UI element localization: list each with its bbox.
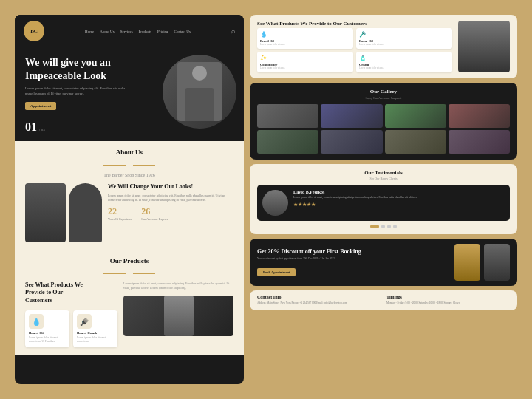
- section-divider: [25, 157, 233, 171]
- product-desc-1: Lorem ipsum dolor sit amet consectetur. …: [29, 336, 66, 344]
- products-section-left: Our Products See What Products We Provid…: [15, 250, 244, 355]
- product-name-2: Beard Comb: [77, 331, 114, 335]
- service-card-1: 💧 Beard Oil Lorem ipsum dolor sit amet.: [257, 28, 353, 49]
- about-img-1: [25, 183, 66, 242]
- about-img-2: [69, 183, 102, 242]
- about-description: Lorem ipsum dolor sit amet, consectetur …: [108, 194, 233, 202]
- navbar: BC Home About Us Services Products Prici…: [15, 15, 244, 47]
- appointment-button[interactable]: Appointment: [25, 102, 56, 110]
- book-appointment-button[interactable]: Book Appointment: [257, 268, 296, 276]
- services-title: See What Products We Provide to Our Cust…: [257, 21, 452, 27]
- products-div-left: [103, 273, 126, 274]
- nav-about[interactable]: About Us: [100, 30, 114, 33]
- gallery-section: Our Gallery Enjoy Our Awesome Snapshot: [250, 83, 517, 160]
- discount-images: [454, 244, 510, 281]
- service-desc-1: Lorem ipsum dolor sit amet.: [260, 43, 350, 46]
- products-title-large: See What Products We Provide to Our Cust…: [25, 282, 92, 304]
- testimonial-stars: ★★★★★: [293, 202, 505, 208]
- dot-4[interactable]: [393, 225, 397, 228]
- right-panel: See What Products We Provide to Our Cust…: [250, 15, 517, 384]
- logo: BC: [24, 21, 44, 41]
- stat-experience-num: 22: [108, 206, 132, 217]
- service-icon-3: ✨: [260, 55, 350, 61]
- gallery-item-7: [385, 130, 446, 154]
- service-desc-4: Lorem ipsum dolor sit amet.: [359, 66, 449, 69]
- dot-3[interactable]: [387, 225, 391, 228]
- gallery-item-1: [257, 104, 318, 128]
- left-panel: BC Home About Us Services Products Prici…: [15, 15, 244, 384]
- services-inner: See What Products We Provide to Our Cust…: [257, 21, 510, 72]
- contact-section: Contact Info Address: Main Street, New Y…: [250, 290, 517, 310]
- stat-experts-label: Our Awesome Experts: [141, 217, 168, 221]
- discount-text: Get 20% Discount off your First Booking …: [257, 248, 449, 276]
- divider-left: [103, 165, 126, 166]
- gallery-item-3: [385, 104, 446, 128]
- nav-home[interactable]: Home: [85, 30, 94, 33]
- nav-pricing[interactable]: Pricing: [157, 30, 168, 33]
- product-icon-2: 🪮: [77, 314, 92, 329]
- gallery-item-2: [321, 104, 382, 128]
- service-icon-4: 🧴: [359, 55, 449, 61]
- gallery-grid: [257, 104, 510, 154]
- discount-img-1: [454, 244, 480, 281]
- service-icon-1: 💧: [260, 31, 350, 38]
- service-cards-grid: 💧 Beard Oil Lorem ipsum dolor sit amet. …: [257, 28, 452, 72]
- contact-col-2: Timings Monday - Friday: 9:00 - 20:00 Sa…: [386, 295, 510, 306]
- dot-2[interactable]: [381, 225, 385, 228]
- about-text: We Will Change Your Out Looks! Lorem ips…: [108, 183, 233, 221]
- about-section-title: About Us: [25, 149, 233, 156]
- contact-inner: Contact Info Address: Main Street, New Y…: [257, 295, 510, 306]
- testimonial-text: Lorem ipsum dolor sit amet, consectetur …: [293, 196, 505, 200]
- contact-info-2: Monday - Friday: 9:00 - 20:00 Saturday: …: [386, 301, 510, 306]
- stat-experience-label: Years Of Experience: [108, 217, 132, 221]
- hero-img-person: [177, 62, 222, 121]
- slide-number: 01: [25, 120, 37, 134]
- testimonial-avatar-inner: [262, 190, 288, 216]
- products-left: See What Products We Provide to Our Cust…: [25, 282, 117, 347]
- discount-section: Get 20% Discount off your First Booking …: [250, 239, 517, 286]
- discount-title: Get 20% Discount off your First Booking: [257, 248, 449, 256]
- products-div-right: [133, 273, 155, 274]
- stat-experience: 22 Years Of Experience: [108, 206, 132, 221]
- services-left: See What Products We Provide to Our Cust…: [257, 21, 452, 72]
- services-image: [458, 21, 510, 72]
- hero-image: [163, 55, 236, 129]
- nav-services[interactable]: Services: [120, 30, 133, 33]
- stat-experts: 26 Our Awesome Experts: [141, 206, 168, 221]
- products-description: Lorem ipsum dolor sit amet, consectetur …: [123, 282, 233, 291]
- search-icon[interactable]: ⌕: [231, 27, 235, 35]
- testimonial-dots: [257, 225, 510, 228]
- service-card-2: 🪒 Razor Oil Lorem ipsum dolor sit amet.: [356, 28, 452, 49]
- slide-total: / 03: [39, 128, 45, 132]
- stat-experts-num: 26: [141, 206, 168, 217]
- gallery-item-8: [449, 130, 510, 154]
- nav-links: Home About Us Services Products Pricing …: [85, 30, 191, 33]
- gallery-title: Our Gallery: [257, 89, 510, 95]
- nav-products[interactable]: Products: [139, 30, 152, 33]
- page-wrapper: BC Home About Us Services Products Prici…: [0, 0, 532, 399]
- gallery-subtitle: Enjoy Our Awesome Snapshot: [257, 96, 510, 100]
- discount-img-2: [484, 244, 510, 281]
- testimonials-title: Our Testimonials: [257, 170, 510, 176]
- service-card-3: ✨ Conditioner Lorem ipsum dolor sit amet…: [257, 52, 353, 72]
- products-section-title: Our Products: [25, 257, 233, 265]
- testimonial-content: David B.Fedikos Lorem ipsum dolor sit am…: [293, 190, 505, 208]
- products-header: See What Products We Provide to Our Cust…: [25, 282, 233, 347]
- testimonials-section: Our Testimonials See Our Happy Clients D…: [250, 164, 517, 234]
- discount-description: You can discount by first appointment fr…: [257, 257, 449, 260]
- testimonials-subtitle: See Our Happy Clients: [257, 177, 510, 180]
- about-section: About Us The Barber Shop Since 1926 We W…: [15, 141, 244, 250]
- product-icon-1: 💧: [29, 314, 44, 329]
- about-heading: We Will Change Your Out Looks!: [108, 183, 233, 191]
- testimonial-name: David B.Fedikos: [293, 190, 505, 194]
- testimonial-card: David B.Fedikos Lorem ipsum dolor sit am…: [257, 185, 510, 221]
- dot-1[interactable]: [370, 225, 379, 228]
- about-images: [25, 183, 102, 242]
- products-img-person: [123, 296, 233, 336]
- testimonial-avatar: [262, 190, 288, 216]
- services-img-inner: [458, 21, 510, 72]
- contact-info-1: Address: Main Street, New York Phone: +1…: [257, 301, 381, 306]
- nav-contact[interactable]: Contact Us: [174, 30, 191, 33]
- about-content: We Will Change Your Out Looks! Lorem ips…: [25, 183, 233, 242]
- about-section-subtitle: The Barber Shop Since 1926: [25, 173, 233, 177]
